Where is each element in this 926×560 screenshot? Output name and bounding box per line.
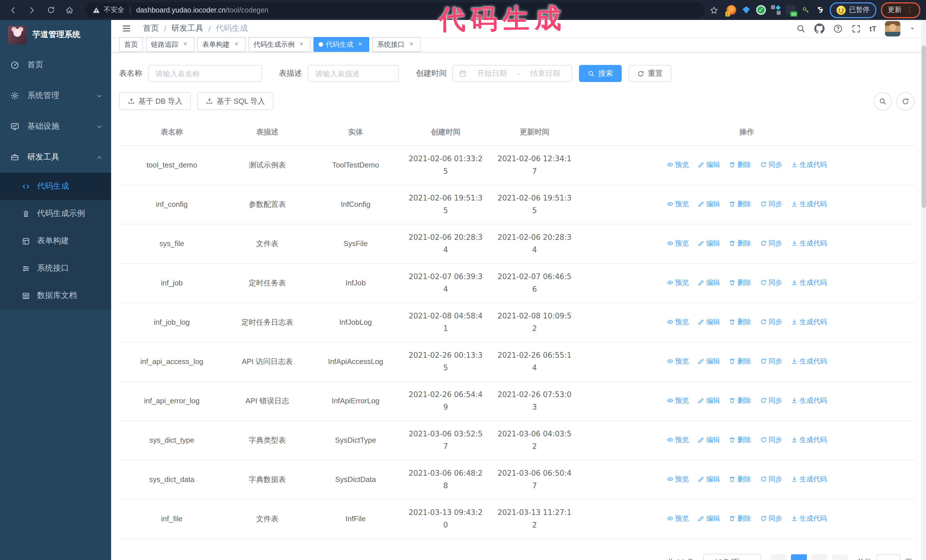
- extension-icon-orange[interactable]: 1: [726, 5, 736, 15]
- edit-link[interactable]: 编辑: [698, 473, 720, 485]
- sidebar-logo[interactable]: 芋道管理系统: [0, 20, 111, 50]
- extensions-puzzle-icon[interactable]: [816, 5, 825, 15]
- close-icon[interactable]: ×: [407, 41, 415, 48]
- breadcrumb-home[interactable]: 首页: [143, 23, 159, 33]
- extension-icon-gem[interactable]: [741, 5, 751, 15]
- delete-link[interactable]: 删除: [729, 473, 751, 485]
- generate-code-link[interactable]: 生成代码: [791, 355, 827, 367]
- extension-icon-grid[interactable]: [771, 5, 781, 15]
- delete-link[interactable]: 删除: [729, 433, 751, 446]
- preview-link[interactable]: 预览: [667, 473, 689, 485]
- page-button-2[interactable]: 2: [811, 554, 828, 560]
- browser-home-button[interactable]: [62, 3, 77, 17]
- edit-link[interactable]: 编辑: [698, 433, 720, 446]
- preview-link[interactable]: 预览: [667, 158, 689, 171]
- table-desc-input[interactable]: [308, 65, 399, 82]
- close-icon[interactable]: ×: [181, 41, 189, 48]
- extension-icon-key[interactable]: [800, 5, 810, 15]
- sidebar-item-devtools[interactable]: 研发工具: [0, 142, 111, 173]
- address-bar[interactable]: 不安全 dashboard.yudao.iocoder.cn/tool/code…: [85, 2, 705, 18]
- breadcrumb-devtools[interactable]: 研发工具: [171, 23, 203, 33]
- sidebar-item-infra[interactable]: 基础设施: [0, 111, 111, 142]
- prev-page-button[interactable]: [770, 554, 787, 560]
- tab-form-builder[interactable]: 表单构建×: [197, 37, 246, 52]
- scrollbar-track[interactable]: [921, 20, 926, 560]
- browser-update-button[interactable]: 更新 ⋮: [881, 2, 920, 18]
- fullscreen-icon[interactable]: [851, 24, 861, 33]
- generate-code-link[interactable]: 生成代码: [791, 158, 827, 171]
- edit-link[interactable]: 编辑: [698, 158, 720, 171]
- generate-code-link[interactable]: 生成代码: [791, 394, 827, 407]
- toggle-search-button[interactable]: [873, 92, 892, 110]
- preview-link[interactable]: 预览: [667, 433, 689, 446]
- preview-link[interactable]: 预览: [667, 315, 689, 328]
- sync-link[interactable]: 同步: [760, 473, 782, 485]
- help-icon[interactable]: [833, 24, 843, 33]
- delete-link[interactable]: 删除: [729, 237, 751, 249]
- edit-link[interactable]: 编辑: [698, 276, 720, 289]
- close-icon[interactable]: ×: [356, 41, 364, 48]
- bookmark-star-icon[interactable]: [710, 5, 719, 15]
- tab-codegen-example[interactable]: 代码生成示例×: [248, 37, 310, 52]
- security-chip[interactable]: 不安全: [92, 5, 124, 15]
- sync-link[interactable]: 同步: [760, 198, 782, 210]
- tab-codegen[interactable]: 代码生成×: [313, 37, 369, 52]
- user-avatar[interactable]: [885, 21, 900, 36]
- reset-button[interactable]: 重置: [628, 65, 671, 82]
- generate-code-link[interactable]: 生成代码: [791, 237, 827, 249]
- preview-link[interactable]: 预览: [667, 394, 689, 407]
- generate-code-link[interactable]: 生成代码: [791, 198, 827, 210]
- edit-link[interactable]: 编辑: [698, 355, 720, 367]
- menu-ellipsis-icon[interactable]: ⋮: [906, 6, 914, 14]
- preview-link[interactable]: 预览: [667, 198, 689, 210]
- generate-code-link[interactable]: 生成代码: [791, 512, 827, 525]
- edit-link[interactable]: 编辑: [698, 512, 720, 525]
- sidebar-item-codegen-example[interactable]: 代码生成示例: [0, 200, 111, 227]
- extension-icon-check[interactable]: ✓: [756, 5, 766, 15]
- delete-link[interactable]: 删除: [729, 512, 751, 525]
- goto-page-input[interactable]: [876, 554, 900, 560]
- delete-link[interactable]: 删除: [729, 394, 751, 407]
- edit-link[interactable]: 编辑: [698, 315, 720, 328]
- refresh-table-button[interactable]: [896, 92, 915, 110]
- tab-tracing[interactable]: 链路追踪×: [146, 37, 194, 52]
- extension-icon-dark[interactable]: on: [786, 5, 796, 15]
- sidebar-item-home[interactable]: 首页: [0, 50, 111, 80]
- sidebar-item-system[interactable]: 系统管理: [0, 80, 111, 111]
- delete-link[interactable]: 删除: [729, 276, 751, 289]
- sidebar-item-codegen[interactable]: 代码生成: [0, 173, 111, 200]
- hamburger-icon[interactable]: [118, 20, 135, 37]
- generate-code-link[interactable]: 生成代码: [791, 473, 827, 485]
- search-button[interactable]: 搜索: [579, 65, 622, 82]
- delete-link[interactable]: 删除: [729, 315, 751, 328]
- browser-back-button[interactable]: [6, 3, 21, 17]
- sidebar-item-system-api[interactable]: 系统接口: [0, 255, 111, 282]
- page-button-1[interactable]: 1: [791, 554, 807, 560]
- preview-link[interactable]: 预览: [667, 237, 689, 249]
- delete-link[interactable]: 删除: [729, 158, 751, 171]
- sync-link[interactable]: 同步: [760, 512, 782, 525]
- browser-forward-button[interactable]: [24, 3, 39, 17]
- sync-link[interactable]: 同步: [760, 237, 782, 249]
- caret-down-icon[interactable]: [909, 25, 916, 32]
- browser-profile-chip[interactable]: 已暂停: [830, 2, 876, 18]
- text-size-icon[interactable]: tT: [869, 24, 876, 33]
- delete-link[interactable]: 删除: [729, 198, 751, 210]
- preview-link[interactable]: 预览: [667, 276, 689, 289]
- generate-code-link[interactable]: 生成代码: [791, 315, 827, 328]
- sidebar-item-form-builder[interactable]: 表单构建: [0, 227, 111, 255]
- edit-link[interactable]: 编辑: [698, 198, 720, 210]
- delete-link[interactable]: 删除: [729, 355, 751, 367]
- tab-system-api[interactable]: 系统接口×: [372, 37, 421, 52]
- browser-reload-button[interactable]: [43, 3, 58, 17]
- close-icon[interactable]: ×: [233, 41, 241, 48]
- tab-home[interactable]: 首页: [119, 37, 143, 52]
- preview-link[interactable]: 预览: [667, 512, 689, 525]
- table-name-input[interactable]: [148, 65, 262, 82]
- search-icon[interactable]: [796, 24, 805, 33]
- import-sql-button[interactable]: 基于 SQL 导入: [197, 92, 274, 110]
- github-icon[interactable]: [814, 23, 824, 33]
- date-range-picker[interactable]: 开始日期 - 结束日期: [452, 65, 572, 82]
- preview-link[interactable]: 预览: [667, 355, 689, 367]
- next-page-button[interactable]: [832, 554, 848, 560]
